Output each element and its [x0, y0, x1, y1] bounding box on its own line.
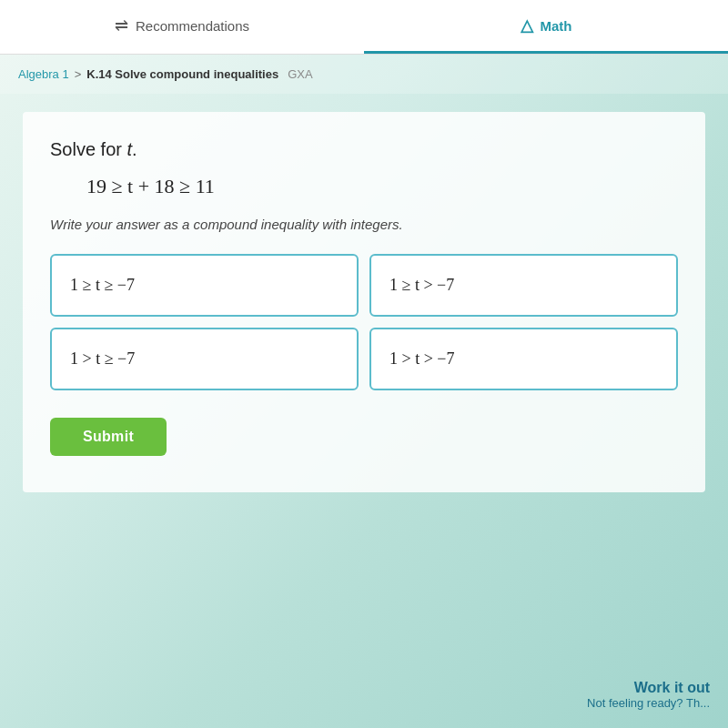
math-icon: △: [521, 15, 533, 35]
question-prompt: Solve for t.: [50, 139, 678, 160]
choice-c[interactable]: 1 > t ≥ −7: [50, 328, 359, 390]
equation: 19 ≥ t + 18 ≥ 11: [86, 175, 678, 198]
work-it-out: Work it out Not feeling ready? Th...: [587, 680, 710, 710]
tab-recommendations-label: Recommendations: [136, 18, 249, 34]
main-content: Algebra 1 > K.14 Solve compound inequali…: [0, 55, 728, 728]
prompt-suffix: .: [132, 139, 137, 159]
choice-a[interactable]: 1 ≥ t ≥ −7: [50, 254, 359, 317]
choice-b[interactable]: 1 ≥ t > −7: [369, 254, 678, 317]
top-nav: ⇌ Recommendations △ Math: [0, 0, 728, 55]
breadcrumb-section: K.14 Solve compound inequalities: [86, 67, 278, 81]
question-card: Solve for t. 19 ≥ t + 18 ≥ 11 Write your…: [23, 112, 705, 492]
work-it-out-title: Work it out: [587, 680, 710, 696]
tab-math[interactable]: △ Math: [364, 0, 728, 54]
choices-grid: 1 ≥ t ≥ −7 1 ≥ t > −7 1 > t ≥ −7 1 > t >…: [50, 254, 678, 390]
choice-d[interactable]: 1 > t > −7: [369, 328, 678, 390]
work-it-out-subtitle: Not feeling ready? Th...: [587, 696, 710, 710]
breadcrumb: Algebra 1 > K.14 Solve compound inequali…: [0, 55, 728, 94]
tab-recommendations[interactable]: ⇌ Recommendations: [0, 0, 364, 54]
breadcrumb-course[interactable]: Algebra 1: [18, 67, 69, 81]
recommendations-icon: ⇌: [115, 15, 128, 35]
tab-math-label: Math: [541, 18, 572, 34]
breadcrumb-code: GXA: [288, 67, 312, 81]
prompt-prefix: Solve for: [50, 139, 126, 159]
breadcrumb-separator: >: [75, 67, 82, 81]
submit-button[interactable]: Submit: [50, 418, 167, 456]
instruction: Write your answer as a compound inequali…: [50, 217, 678, 232]
